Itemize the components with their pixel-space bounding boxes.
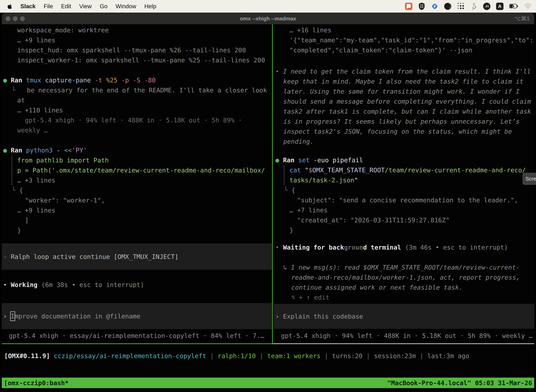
letter-a-label: A — [496, 3, 503, 10]
terminal-line: is in progress? It seems likely but perh… — [274, 117, 534, 126]
menu-items: SlackFileEditViewGoWindowHelp — [20, 3, 156, 10]
text-segment: last:3m ago — [427, 352, 469, 359]
text-segment: • — [3, 281, 11, 288]
text-segment: capture-pane — [45, 77, 95, 84]
text-segment: inspect_worker-1: omx sparkshell --tmux-… — [17, 56, 265, 64]
window-shortcut-hint: ⌥⌘1 — [514, 13, 530, 24]
pane-right-worker[interactable]: … +16 lines'{"team_name":"my-team","task… — [274, 24, 534, 343]
menu-item-view[interactable]: View — [79, 3, 92, 10]
terminal-line: should send a message before completing … — [274, 96, 534, 107]
tmux-host-clock-label: "MacBook-Pro-44.local" 05:03 31-Mar-26 — [387, 378, 532, 388]
terminal-line: … +16 lines — [274, 25, 534, 35]
text-segment: tmux — [26, 77, 45, 84]
text-segment: turns:20 — [332, 352, 362, 359]
status-icons: ..61 A — [405, 2, 532, 10]
terminal-block: • Waiting for background terminal (3m 46… — [274, 242, 534, 303]
text-segment: | — [206, 352, 218, 359]
squiggle-icon[interactable] — [470, 2, 478, 10]
terminal-block: • Working (6m 38s • esc to interrupt) — [2, 280, 272, 290]
letter-a-icon[interactable]: A — [496, 2, 504, 10]
text-segment: } — [17, 227, 21, 234]
window-titlebar[interactable]: omx --xhigh --madmax ⌥⌘1 — [2, 13, 534, 24]
text-segment: d terminal — [363, 244, 405, 251]
text-segment: ralph:1/10 — [218, 352, 256, 359]
terminal-line: … +110 lines — [2, 105, 272, 115]
text-segment: Working — [11, 281, 41, 288]
text-segment: /team/review-current-readme-and-reco/ — [385, 167, 526, 174]
text-segment: continue assigned work or next feasible … — [291, 284, 463, 291]
text-segment: } — [289, 227, 293, 234]
pane-divider[interactable] — [272, 24, 273, 343]
moon-circle-icon[interactable] — [444, 2, 452, 10]
text-segment: workspace_mode: worktree — [17, 27, 109, 34]
text-segment: -euo pipefail — [314, 156, 363, 164]
bolt-diamond-icon[interactable] — [431, 2, 439, 10]
menu-item-help[interactable]: Help — [144, 3, 156, 10]
text-segment: ● — [3, 77, 11, 84]
text-segment: team:1 workers — [267, 352, 321, 359]
pane-left-hud[interactable]: workspace_mode: worktree… +9 linesinspec… — [2, 24, 272, 343]
text-segment: "created_at": "2026-03-31T11:59:27.816Z" — [289, 217, 450, 224]
battery-charging-icon[interactable] — [509, 2, 519, 10]
text-segment: … +16 lines — [289, 27, 331, 34]
terminal-line: ● Ran tmux capture-pane -t %25 -p -S -80 — [2, 75, 272, 85]
terminal-line: … +9 lines — [2, 35, 272, 45]
terminal-line: cat "$OMX_TEAM_STATE_ROOT/team/review-cu… — [274, 165, 534, 175]
text-segment: -p — [121, 77, 133, 84]
text-segment: ● — [3, 147, 11, 154]
text-segment: Waiting for back — [283, 244, 344, 251]
text-segment: … +7 lines — [289, 206, 328, 214]
terminal-line: ● Ran python3 - <<'PY' — [2, 145, 272, 155]
terminal-line: … +7 lines — [274, 205, 534, 215]
text-segment: › — [275, 313, 283, 320]
terminal-block: • I need to get the claim token from the… — [274, 66, 534, 146]
text-segment: ] — [17, 217, 29, 224]
text-segment: Ran — [11, 77, 26, 84]
terminal-block: ● Ran tmux capture-pane -t %25 -p -S -80… — [2, 75, 272, 135]
text-segment: | — [321, 352, 332, 359]
terminal-line: └ { — [274, 185, 534, 195]
text-segment: (6m 38s • esc to interrupt) — [41, 281, 144, 288]
menu-item-go[interactable]: Go — [100, 3, 107, 10]
menu-item-file[interactable]: File — [44, 3, 53, 10]
text-segment: › — [3, 313, 11, 320]
text-segment: | — [362, 352, 374, 359]
terminal-block: ● Ran set -euo pipefailcat "$OMX_TEAM_ST… — [274, 155, 534, 235]
text-segment: "worker": "worker-1", — [17, 197, 105, 204]
prompt-input-right[interactable]: › Explain this codebase — [274, 304, 534, 329]
terminal-line: ⌥ + ↑ edit — [274, 292, 534, 303]
terminal-line: • I need to get the claim token from the… — [274, 66, 534, 76]
chat-app-icon[interactable] — [405, 2, 412, 10]
text-segment: should send a message before completing … — [283, 98, 531, 105]
terminal-line: gpt-5.4 xhigh · 94% left · 488K in · 5.1… — [274, 331, 534, 341]
prompt-input-left[interactable]: › Improve documentation in @filename — [2, 303, 272, 329]
percent-circle-icon[interactable]: ..61 — [483, 2, 491, 10]
text-segment: … +3 lines — [17, 177, 55, 184]
terminal-line: tasks/task-2.json" — [274, 175, 534, 185]
menu-item-window[interactable]: Window — [115, 3, 136, 10]
screen-edge-tooltip-label: Scre — [526, 176, 536, 182]
text-segment: be necessary for the end of the README. … — [27, 87, 267, 94]
text-segment: inspect_hud: omx sparkshell --tmux-pane … — [17, 47, 246, 54]
terminal-block: ● Ran python3 - <<'PY'from pathlib impor… — [2, 145, 272, 235]
dots-grid-icon[interactable] — [457, 2, 464, 10]
apple-menu-icon[interactable] — [7, 3, 13, 10]
text-segment: Ralph loop active continue [OMX_TMUX_INJ… — [11, 253, 178, 260]
terminal-line: '{"team_name":"my-team","task_id":"1","f… — [274, 35, 534, 45]
text-segment: cczip/essay/ai-reimplementation-copyleft — [54, 352, 206, 359]
text-segment: 1 new msg(s): read $OMX_TEAM_STATE_ROOT/… — [291, 264, 519, 271]
terminal-line: from pathlib import Path — [2, 155, 272, 165]
text-segment: gpt-5.4 xhigh · 94% left · 488K in · 5.1… — [17, 117, 242, 124]
menu-item-slack[interactable]: Slack — [20, 3, 36, 10]
terminal-line: gpt-5.4 xhigh · 94% left · 488K in · 5.1… — [2, 115, 272, 125]
text-segment: 'PY' — [72, 147, 87, 154]
text-segment: -t — [95, 77, 106, 84]
terminal-line: } — [2, 225, 272, 235]
shield-grid-icon[interactable] — [418, 2, 426, 10]
menu-item-edit[interactable]: Edit — [61, 3, 71, 10]
wifi-icon[interactable] — [524, 2, 532, 10]
text-segment: (3m 46s • esc to interrupt) — [405, 244, 508, 251]
text-segment: pending. — [283, 138, 314, 145]
text-segment: └ — [12, 187, 19, 194]
menubar: SlackFileEditViewGoWindowHelp ..61 A — [0, 0, 536, 13]
